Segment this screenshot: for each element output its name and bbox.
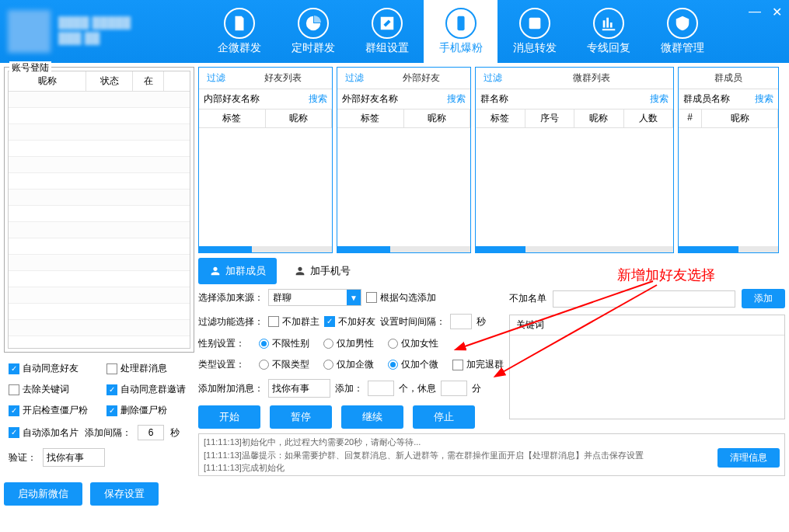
tab-filter[interactable]: 过滤 xyxy=(476,68,510,89)
add-count-input[interactable] xyxy=(368,381,394,396)
keyword-list[interactable]: 关键词 xyxy=(509,315,785,419)
chk-by-selection[interactable] xyxy=(366,292,377,303)
chk-delete-zombie[interactable] xyxy=(106,405,117,416)
save-settings-button[interactable]: 保存设置 xyxy=(90,482,159,506)
attach-msg-input[interactable] xyxy=(268,379,330,398)
interval-input[interactable] xyxy=(138,425,164,440)
scrollbar[interactable] xyxy=(337,246,470,252)
tab-filter[interactable]: 过滤 xyxy=(199,68,233,89)
pie-icon xyxy=(298,8,329,39)
tab-group-setting[interactable]: 群组设置 xyxy=(350,0,424,63)
time-interval-input[interactable] xyxy=(450,314,472,329)
radio-type-personal[interactable] xyxy=(388,360,398,370)
tab-enterprise-send[interactable]: 企微群发 xyxy=(202,0,276,63)
search-link[interactable]: 搜索 xyxy=(650,92,669,106)
chk-auto-agree-friend[interactable] xyxy=(9,363,19,374)
pause-button[interactable]: 暂停 xyxy=(270,405,332,429)
account-rows[interactable] xyxy=(9,92,190,348)
chk-process-group-msg[interactable] xyxy=(106,363,117,374)
svg-rect-0 xyxy=(457,16,464,30)
chart-icon xyxy=(593,8,624,39)
phone-icon xyxy=(445,8,477,39)
start-button[interactable]: 开始 xyxy=(198,405,260,429)
radio-gender-male[interactable] xyxy=(323,339,333,349)
radio-gender-any[interactable] xyxy=(259,339,269,349)
chk-skip-owner[interactable] xyxy=(268,316,279,327)
tab-phone-fans[interactable]: 手机爆粉 xyxy=(424,0,497,63)
tab-group-member[interactable]: 群成员 xyxy=(679,68,778,89)
panel-external: 过滤外部好友 外部好友名称搜索 标签昵称 xyxy=(337,67,471,253)
tab-friend-list[interactable]: 好友列表 xyxy=(233,68,332,89)
person-icon xyxy=(294,265,306,277)
search-link[interactable]: 搜索 xyxy=(755,92,773,106)
radio-gender-female[interactable] xyxy=(388,339,398,349)
svg-point-2 xyxy=(532,20,537,26)
search-link[interactable]: 搜索 xyxy=(447,92,466,106)
clear-log-button[interactable]: 清理信息 xyxy=(717,448,780,468)
tab-filter[interactable]: 过滤 xyxy=(337,68,372,89)
tab-add-phone[interactable]: 加手机号 xyxy=(283,258,361,284)
search-link[interactable]: 搜索 xyxy=(309,92,327,106)
chk-auto-agree-invite[interactable] xyxy=(106,384,117,395)
log-area: [11:11:13]初始化中，此过程大约需要20秒，请耐心等待... [11:1… xyxy=(198,433,785,476)
safe-icon xyxy=(519,8,550,39)
minimize-button[interactable]: — xyxy=(747,5,763,19)
account-login-panel: 账号登陆 昵称 状态 在 xyxy=(4,67,194,353)
start-wechat-button[interactable]: 启动新微信 xyxy=(4,482,82,506)
panel-members: 群成员 群成员名称搜索 #昵称 xyxy=(678,67,779,253)
edit-icon xyxy=(372,8,403,39)
close-button[interactable]: ✕ xyxy=(769,5,784,19)
chk-skip-friend[interactable] xyxy=(324,316,335,327)
panel-groups: 过滤微群列表 群名称搜索 标签序号昵称人数 xyxy=(475,67,674,253)
tab-add-group-member[interactable]: 加群成员 xyxy=(198,258,277,284)
shield-icon xyxy=(667,8,698,39)
scrollbar[interactable] xyxy=(679,246,778,252)
chk-auto-add-card[interactable] xyxy=(9,427,19,438)
radio-type-any[interactable] xyxy=(259,360,269,370)
col-online: 在 xyxy=(133,71,164,91)
tab-group-list[interactable]: 微群列表 xyxy=(510,68,673,89)
chevron-down-icon: ▼ xyxy=(347,290,361,305)
tab-group-manage[interactable]: 微群管理 xyxy=(645,0,719,63)
chk-remove-keyword[interactable] xyxy=(9,384,19,395)
account-legend: 账号登陆 xyxy=(9,61,51,75)
chk-leave-after[interactable] xyxy=(452,360,463,370)
scrollbar[interactable] xyxy=(199,246,332,252)
panel-friends: 过滤好友列表 内部好友名称搜索 标签昵称 xyxy=(198,67,333,253)
stop-button[interactable]: 停止 xyxy=(413,405,475,429)
radio-type-enterprise[interactable] xyxy=(323,360,333,370)
tab-dedicated-reply[interactable]: 专线回复 xyxy=(571,0,645,63)
tab-msg-forward[interactable]: 消息转发 xyxy=(497,0,571,63)
source-dropdown[interactable]: 群聊 ▼ xyxy=(268,289,361,306)
person-icon xyxy=(209,265,222,277)
chk-enable-zombie-check[interactable] xyxy=(9,405,19,416)
logo-area: ████ ████████ ██ xyxy=(8,10,202,53)
verify-input[interactable] xyxy=(43,448,105,467)
scrollbar[interactable] xyxy=(476,246,673,252)
blacklist-input[interactable] xyxy=(553,290,735,308)
col-status: 状态 xyxy=(86,71,133,91)
app-logo xyxy=(8,10,51,53)
header: ████ ████████ ██ 企微群发 定时群发 群组设置 手机爆粉 消息转… xyxy=(0,0,789,63)
document-icon xyxy=(224,8,255,39)
continue-button[interactable]: 继续 xyxy=(341,405,403,429)
blacklist-add-button[interactable]: 添加 xyxy=(742,289,785,308)
tab-timer-send[interactable]: 定时群发 xyxy=(276,0,350,63)
rest-input[interactable] xyxy=(441,381,467,396)
tab-external-friend[interactable]: 外部好友 xyxy=(372,68,470,89)
